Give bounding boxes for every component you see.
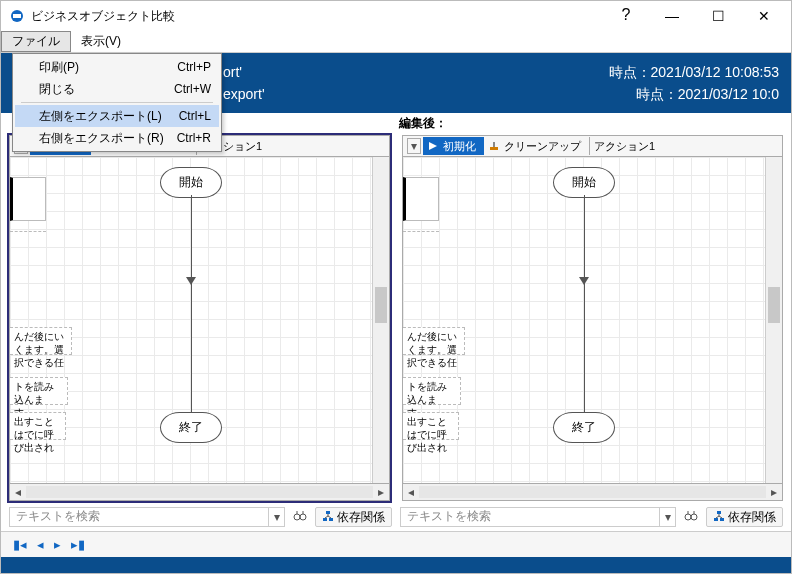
svg-rect-1 [13, 14, 21, 18]
svg-rect-8 [326, 511, 330, 514]
minimize-button[interactable]: — [649, 1, 695, 31]
help-button[interactable]: ? [603, 1, 649, 31]
tab-initialize-right[interactable]: 初期化 [423, 137, 484, 155]
menu-close[interactable]: 閉じる Ctrl+W [15, 78, 219, 100]
tab-action1-right[interactable]: アクション1 [589, 137, 663, 155]
window-title: ビジネスオブジェクト比較 [31, 8, 175, 25]
flow-arrow-left [186, 277, 196, 285]
tab-action1-right-label: アクション1 [594, 139, 655, 154]
right-tab-dropdown[interactable]: ▾ [407, 138, 421, 154]
dependencies-label-right: 依存関係 [728, 509, 776, 526]
menu-file[interactable]: ファイル [1, 31, 71, 52]
left-canvas-wrap: んだ後にいくます。選択できる任 トを読み込んます。 出すことはでに呼び出され 開… [9, 157, 390, 484]
flow-icon [427, 140, 439, 152]
pane-label-right: 編集後： [393, 115, 781, 133]
svg-point-7 [300, 514, 306, 520]
nav-prev-icon[interactable]: ◂ [37, 537, 44, 552]
search-input-left[interactable]: テキストを検索 [9, 507, 269, 527]
left-hscroll[interactable]: ◂ ▸ [9, 484, 390, 501]
binoculars-icon [684, 509, 698, 526]
banner-timestamp-2: 時点：2021/03/12 10:0 [636, 83, 779, 105]
search-row: テキストを検索 ▾ 依存関係 テキストを検索 ▾ 依存関係 [1, 503, 791, 531]
search-binoculars-right[interactable] [680, 507, 702, 527]
right-canvas[interactable]: んだ後にいくます。選択できる任 トを読み込んます。 出すことはでに呼び出され 開… [403, 157, 765, 483]
svg-rect-15 [720, 518, 724, 521]
menu-print[interactable]: 印刷(P) Ctrl+P [15, 56, 219, 78]
nav-first-icon[interactable]: ▮◂ [13, 537, 27, 552]
cut-block-2-right: んだ後にいくます。選択できる任 [403, 327, 465, 355]
left-canvas[interactable]: んだ後にいくます。選択できる任 トを読み込んます。 出すことはでに呼び出され 開… [10, 157, 372, 483]
tab-cleanup-right-label: クリーンアップ [504, 139, 581, 154]
menu-export-right-shortcut: Ctrl+R [171, 131, 211, 145]
pane-right: ▾ 初期化 クリーンアップ アクション1 んだ後にいくます。選択できる任 トを読… [400, 133, 785, 503]
dependencies-label-left: 依存関係 [337, 509, 385, 526]
nav-footer: ▮◂ ◂ ▸ ▸▮ [1, 531, 791, 557]
svg-rect-13 [717, 511, 721, 514]
flow-arrow-right [579, 277, 589, 285]
svg-rect-5 [493, 142, 495, 147]
menu-export-left-label: 左側をエクスポート(L) [39, 108, 173, 125]
pane-left: ▾ 初期化 クリーンアップ アクション1 んだ後にいくます。選択できる任 トを読… [7, 133, 392, 503]
dependencies-button-right[interactable]: 依存関係 [706, 507, 783, 527]
flow-connector-right [584, 195, 585, 415]
tab-cleanup-right[interactable]: クリーンアップ [484, 137, 589, 155]
menu-close-shortcut: Ctrl+W [168, 82, 211, 96]
menu-print-label: 印刷(P) [39, 59, 171, 76]
search-input-right[interactable]: テキストを検索 [400, 507, 660, 527]
search-dropdown-right[interactable]: ▾ [660, 507, 676, 527]
menubar: ファイル 表示(V) 印刷(P) Ctrl+P 閉じる Ctrl+W 左側をエク… [1, 31, 791, 53]
svg-rect-10 [329, 518, 333, 521]
flow-start-left[interactable]: 開始 [160, 167, 222, 198]
search-right: テキストを検索 ▾ 依存関係 [400, 507, 783, 527]
hscroll-right-arrow[interactable]: ▸ [373, 484, 389, 500]
search-dropdown-left[interactable]: ▾ [269, 507, 285, 527]
nav-next-icon[interactable]: ▸ [54, 537, 61, 552]
menu-export-right[interactable]: 右側をエクスポート(R) Ctrl+R [15, 127, 219, 149]
right-vscroll[interactable] [765, 157, 782, 483]
flow-connector-left [191, 195, 192, 415]
close-button[interactable]: ✕ [741, 1, 787, 31]
menu-view[interactable]: 表示(V) [71, 31, 131, 52]
hscroll-right-arrow-r[interactable]: ▸ [766, 484, 782, 500]
file-menu-dropdown: 印刷(P) Ctrl+P 閉じる Ctrl+W 左側をエクスポート(L) Ctr… [12, 53, 222, 152]
menu-print-shortcut: Ctrl+P [171, 60, 211, 74]
cut-block-3-left: トを読み込んます。 [10, 377, 68, 405]
menu-separator [21, 102, 213, 103]
svg-rect-14 [714, 518, 718, 521]
nav-last-icon[interactable]: ▸▮ [71, 537, 85, 552]
dash-guide-1 [10, 231, 46, 232]
cut-block-4-left: 出すことはでに呼び出され [10, 412, 66, 440]
right-hscroll[interactable]: ◂ ▸ [402, 484, 783, 501]
flow-end-left[interactable]: 終了 [160, 412, 222, 443]
cut-block-1-left [10, 177, 46, 221]
titlebar: ビジネスオブジェクト比較 ? — ☐ ✕ [1, 1, 791, 31]
svg-rect-4 [490, 147, 498, 150]
right-tabs: ▾ 初期化 クリーンアップ アクション1 [402, 135, 783, 157]
app-icon [9, 8, 25, 24]
menu-export-left[interactable]: 左側をエクスポート(L) Ctrl+L [15, 105, 219, 127]
flow-end-right[interactable]: 終了 [553, 412, 615, 443]
dependencies-button-left[interactable]: 依存関係 [315, 507, 392, 527]
cut-block-3-right: トを読み込んます。 [403, 377, 461, 405]
cut-block-4-right: 出すことはでに呼び出され [403, 412, 459, 440]
hscroll-left-arrow[interactable]: ◂ [10, 484, 26, 500]
left-vscroll[interactable] [372, 157, 389, 483]
menu-export-right-label: 右側をエクスポート(R) [39, 130, 171, 147]
right-canvas-wrap: んだ後にいくます。選択できる任 トを読み込んます。 出すことはでに呼び出され 開… [402, 157, 783, 484]
cut-block-2-left: んだ後にいくます。選択できる任 [10, 327, 72, 355]
hscroll-left-arrow-r[interactable]: ◂ [403, 484, 419, 500]
banner-timestamp-1: 時点：2021/03/12 10:08:53 [609, 61, 779, 83]
menu-close-label: 閉じる [39, 81, 168, 98]
flow-start-right[interactable]: 開始 [553, 167, 615, 198]
status-bar [1, 557, 791, 573]
search-left: テキストを検索 ▾ 依存関係 [9, 507, 392, 527]
maximize-button[interactable]: ☐ [695, 1, 741, 31]
svg-rect-9 [323, 518, 327, 521]
search-binoculars-left[interactable] [289, 507, 311, 527]
svg-point-6 [294, 514, 300, 520]
panes: ▾ 初期化 クリーンアップ アクション1 んだ後にいくます。選択できる任 トを読… [1, 133, 791, 503]
menu-export-left-shortcut: Ctrl+L [173, 109, 211, 123]
svg-point-12 [691, 514, 697, 520]
brush-icon [488, 140, 500, 152]
svg-point-11 [685, 514, 691, 520]
